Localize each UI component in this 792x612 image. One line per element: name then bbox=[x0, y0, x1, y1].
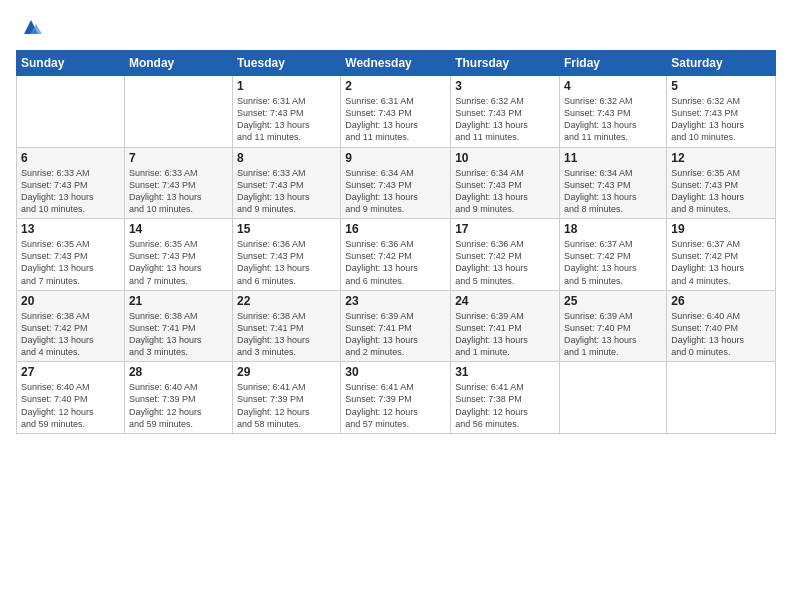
day-cell: 13Sunrise: 6:35 AM Sunset: 7:43 PM Dayli… bbox=[17, 219, 125, 291]
day-cell bbox=[124, 76, 232, 148]
day-cell: 15Sunrise: 6:36 AM Sunset: 7:43 PM Dayli… bbox=[233, 219, 341, 291]
col-header-friday: Friday bbox=[560, 51, 667, 76]
day-cell: 21Sunrise: 6:38 AM Sunset: 7:41 PM Dayli… bbox=[124, 290, 232, 362]
day-number: 29 bbox=[237, 365, 336, 379]
day-cell: 23Sunrise: 6:39 AM Sunset: 7:41 PM Dayli… bbox=[341, 290, 451, 362]
day-cell: 14Sunrise: 6:35 AM Sunset: 7:43 PM Dayli… bbox=[124, 219, 232, 291]
day-info: Sunrise: 6:38 AM Sunset: 7:41 PM Dayligh… bbox=[237, 310, 336, 359]
day-number: 11 bbox=[564, 151, 662, 165]
day-info: Sunrise: 6:36 AM Sunset: 7:43 PM Dayligh… bbox=[237, 238, 336, 287]
col-header-monday: Monday bbox=[124, 51, 232, 76]
day-info: Sunrise: 6:41 AM Sunset: 7:39 PM Dayligh… bbox=[345, 381, 446, 430]
day-cell: 7Sunrise: 6:33 AM Sunset: 7:43 PM Daylig… bbox=[124, 147, 232, 219]
day-cell: 11Sunrise: 6:34 AM Sunset: 7:43 PM Dayli… bbox=[560, 147, 667, 219]
day-number: 23 bbox=[345, 294, 446, 308]
header bbox=[16, 16, 776, 38]
day-cell: 2Sunrise: 6:31 AM Sunset: 7:43 PM Daylig… bbox=[341, 76, 451, 148]
day-info: Sunrise: 6:37 AM Sunset: 7:42 PM Dayligh… bbox=[671, 238, 771, 287]
week-row-5: 27Sunrise: 6:40 AM Sunset: 7:40 PM Dayli… bbox=[17, 362, 776, 434]
day-number: 1 bbox=[237, 79, 336, 93]
day-info: Sunrise: 6:31 AM Sunset: 7:43 PM Dayligh… bbox=[345, 95, 446, 144]
day-cell: 18Sunrise: 6:37 AM Sunset: 7:42 PM Dayli… bbox=[560, 219, 667, 291]
day-number: 30 bbox=[345, 365, 446, 379]
day-info: Sunrise: 6:39 AM Sunset: 7:40 PM Dayligh… bbox=[564, 310, 662, 359]
day-number: 3 bbox=[455, 79, 555, 93]
day-info: Sunrise: 6:35 AM Sunset: 7:43 PM Dayligh… bbox=[21, 238, 120, 287]
day-info: Sunrise: 6:34 AM Sunset: 7:43 PM Dayligh… bbox=[345, 167, 446, 216]
day-number: 4 bbox=[564, 79, 662, 93]
day-cell bbox=[17, 76, 125, 148]
day-cell: 1Sunrise: 6:31 AM Sunset: 7:43 PM Daylig… bbox=[233, 76, 341, 148]
day-info: Sunrise: 6:32 AM Sunset: 7:43 PM Dayligh… bbox=[564, 95, 662, 144]
col-header-sunday: Sunday bbox=[17, 51, 125, 76]
calendar-table: SundayMondayTuesdayWednesdayThursdayFrid… bbox=[16, 50, 776, 434]
day-cell: 20Sunrise: 6:38 AM Sunset: 7:42 PM Dayli… bbox=[17, 290, 125, 362]
day-number: 16 bbox=[345, 222, 446, 236]
day-cell: 26Sunrise: 6:40 AM Sunset: 7:40 PM Dayli… bbox=[667, 290, 776, 362]
page: SundayMondayTuesdayWednesdayThursdayFrid… bbox=[0, 0, 792, 612]
day-number: 8 bbox=[237, 151, 336, 165]
day-number: 25 bbox=[564, 294, 662, 308]
day-info: Sunrise: 6:31 AM Sunset: 7:43 PM Dayligh… bbox=[237, 95, 336, 144]
day-cell: 9Sunrise: 6:34 AM Sunset: 7:43 PM Daylig… bbox=[341, 147, 451, 219]
logo-icon bbox=[20, 16, 42, 38]
day-info: Sunrise: 6:41 AM Sunset: 7:39 PM Dayligh… bbox=[237, 381, 336, 430]
day-cell bbox=[667, 362, 776, 434]
day-number: 15 bbox=[237, 222, 336, 236]
day-number: 12 bbox=[671, 151, 771, 165]
day-info: Sunrise: 6:37 AM Sunset: 7:42 PM Dayligh… bbox=[564, 238, 662, 287]
day-number: 9 bbox=[345, 151, 446, 165]
day-cell: 24Sunrise: 6:39 AM Sunset: 7:41 PM Dayli… bbox=[451, 290, 560, 362]
week-row-4: 20Sunrise: 6:38 AM Sunset: 7:42 PM Dayli… bbox=[17, 290, 776, 362]
day-info: Sunrise: 6:35 AM Sunset: 7:43 PM Dayligh… bbox=[671, 167, 771, 216]
day-cell: 25Sunrise: 6:39 AM Sunset: 7:40 PM Dayli… bbox=[560, 290, 667, 362]
day-number: 14 bbox=[129, 222, 228, 236]
day-cell: 3Sunrise: 6:32 AM Sunset: 7:43 PM Daylig… bbox=[451, 76, 560, 148]
day-number: 2 bbox=[345, 79, 446, 93]
day-cell: 30Sunrise: 6:41 AM Sunset: 7:39 PM Dayli… bbox=[341, 362, 451, 434]
day-cell: 17Sunrise: 6:36 AM Sunset: 7:42 PM Dayli… bbox=[451, 219, 560, 291]
day-info: Sunrise: 6:41 AM Sunset: 7:38 PM Dayligh… bbox=[455, 381, 555, 430]
day-number: 19 bbox=[671, 222, 771, 236]
day-cell: 31Sunrise: 6:41 AM Sunset: 7:38 PM Dayli… bbox=[451, 362, 560, 434]
day-number: 10 bbox=[455, 151, 555, 165]
logo bbox=[16, 16, 42, 38]
day-info: Sunrise: 6:40 AM Sunset: 7:39 PM Dayligh… bbox=[129, 381, 228, 430]
day-number: 17 bbox=[455, 222, 555, 236]
day-number: 7 bbox=[129, 151, 228, 165]
week-row-3: 13Sunrise: 6:35 AM Sunset: 7:43 PM Dayli… bbox=[17, 219, 776, 291]
day-cell bbox=[560, 362, 667, 434]
day-number: 6 bbox=[21, 151, 120, 165]
day-number: 22 bbox=[237, 294, 336, 308]
day-info: Sunrise: 6:32 AM Sunset: 7:43 PM Dayligh… bbox=[455, 95, 555, 144]
calendar-header-row: SundayMondayTuesdayWednesdayThursdayFrid… bbox=[17, 51, 776, 76]
day-cell: 4Sunrise: 6:32 AM Sunset: 7:43 PM Daylig… bbox=[560, 76, 667, 148]
day-cell: 29Sunrise: 6:41 AM Sunset: 7:39 PM Dayli… bbox=[233, 362, 341, 434]
week-row-2: 6Sunrise: 6:33 AM Sunset: 7:43 PM Daylig… bbox=[17, 147, 776, 219]
day-cell: 16Sunrise: 6:36 AM Sunset: 7:42 PM Dayli… bbox=[341, 219, 451, 291]
day-cell: 5Sunrise: 6:32 AM Sunset: 7:43 PM Daylig… bbox=[667, 76, 776, 148]
day-number: 13 bbox=[21, 222, 120, 236]
col-header-wednesday: Wednesday bbox=[341, 51, 451, 76]
day-number: 18 bbox=[564, 222, 662, 236]
day-cell: 12Sunrise: 6:35 AM Sunset: 7:43 PM Dayli… bbox=[667, 147, 776, 219]
day-info: Sunrise: 6:33 AM Sunset: 7:43 PM Dayligh… bbox=[129, 167, 228, 216]
day-info: Sunrise: 6:34 AM Sunset: 7:43 PM Dayligh… bbox=[564, 167, 662, 216]
day-cell: 10Sunrise: 6:34 AM Sunset: 7:43 PM Dayli… bbox=[451, 147, 560, 219]
day-info: Sunrise: 6:40 AM Sunset: 7:40 PM Dayligh… bbox=[21, 381, 120, 430]
day-info: Sunrise: 6:39 AM Sunset: 7:41 PM Dayligh… bbox=[345, 310, 446, 359]
day-info: Sunrise: 6:33 AM Sunset: 7:43 PM Dayligh… bbox=[21, 167, 120, 216]
day-cell: 28Sunrise: 6:40 AM Sunset: 7:39 PM Dayli… bbox=[124, 362, 232, 434]
day-number: 24 bbox=[455, 294, 555, 308]
week-row-1: 1Sunrise: 6:31 AM Sunset: 7:43 PM Daylig… bbox=[17, 76, 776, 148]
day-info: Sunrise: 6:38 AM Sunset: 7:42 PM Dayligh… bbox=[21, 310, 120, 359]
day-info: Sunrise: 6:34 AM Sunset: 7:43 PM Dayligh… bbox=[455, 167, 555, 216]
day-cell: 6Sunrise: 6:33 AM Sunset: 7:43 PM Daylig… bbox=[17, 147, 125, 219]
day-info: Sunrise: 6:36 AM Sunset: 7:42 PM Dayligh… bbox=[345, 238, 446, 287]
day-number: 20 bbox=[21, 294, 120, 308]
day-info: Sunrise: 6:38 AM Sunset: 7:41 PM Dayligh… bbox=[129, 310, 228, 359]
day-info: Sunrise: 6:40 AM Sunset: 7:40 PM Dayligh… bbox=[671, 310, 771, 359]
day-info: Sunrise: 6:35 AM Sunset: 7:43 PM Dayligh… bbox=[129, 238, 228, 287]
day-number: 27 bbox=[21, 365, 120, 379]
day-number: 26 bbox=[671, 294, 771, 308]
